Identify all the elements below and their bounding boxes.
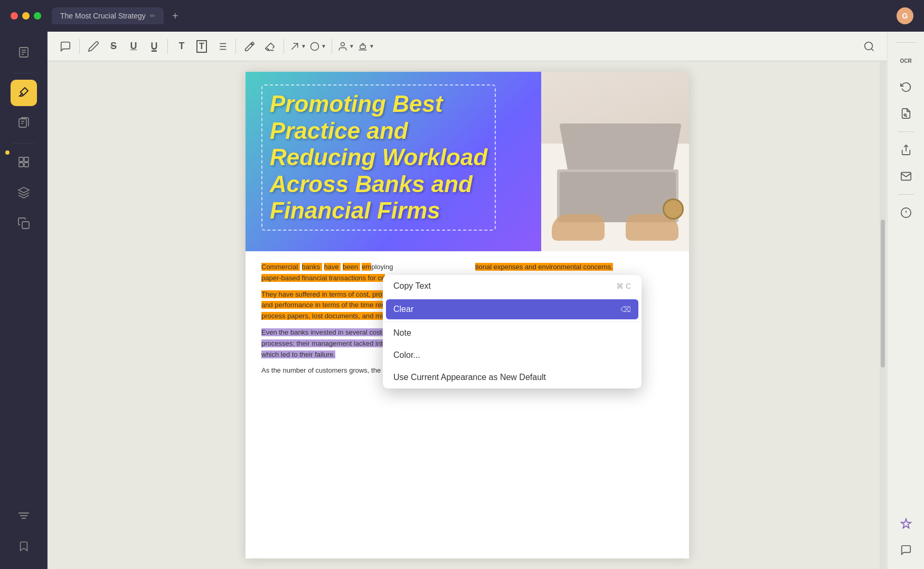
highlighter-icon <box>17 86 30 101</box>
active-indicator <box>5 150 10 155</box>
strikethrough-tool[interactable]: S <box>104 37 123 56</box>
svg-rect-10 <box>24 163 29 167</box>
sparkle-icon <box>900 518 912 529</box>
svg-rect-21 <box>360 45 365 49</box>
search-button[interactable] <box>860 37 879 56</box>
user-stamp-tool[interactable]: ▼ <box>336 37 355 56</box>
chat-button[interactable] <box>895 539 917 561</box>
text-icon: T <box>179 41 185 52</box>
new-tab-button[interactable]: + <box>168 8 183 23</box>
sidebar-item-pages[interactable] <box>11 110 37 137</box>
maximize-button[interactable] <box>34 12 41 20</box>
backspace-shortcut: ⌫ <box>620 305 631 314</box>
svg-point-26 <box>904 114 906 116</box>
traffic-lights <box>11 12 41 20</box>
list-tool[interactable] <box>212 37 231 56</box>
sidebar-item-stack[interactable] <box>11 504 37 530</box>
comment-tool[interactable] <box>56 37 75 56</box>
scrollbar[interactable] <box>880 61 886 569</box>
right-sidebar: OCR <box>887 32 924 569</box>
content-area: Promoting Best Practice and Reducing Wor… <box>48 61 887 569</box>
context-menu-default[interactable]: Use Current Appearance as New Default <box>383 366 642 388</box>
svg-line-24 <box>871 49 873 51</box>
convert-button[interactable] <box>895 77 917 98</box>
banner-title: Promoting Best Practice and Reducing Wor… <box>270 91 487 224</box>
note-label: Note <box>393 328 411 338</box>
mail-button[interactable] <box>895 166 917 187</box>
stack-icon <box>17 509 30 525</box>
scrollbar-thumb[interactable] <box>881 220 885 367</box>
main-layout: S U U̲ T T <box>0 32 924 569</box>
share-icon <box>900 144 912 156</box>
sparkle-button[interactable] <box>895 513 917 534</box>
ocr-icon: OCR <box>900 58 911 64</box>
context-menu-copy-text[interactable]: Copy Text ⌘ C <box>383 275 642 297</box>
bookmark-icon <box>18 540 30 555</box>
highlighted-text: Commercial <box>261 263 300 271</box>
file-search-icon <box>900 108 912 119</box>
banner-text: Promoting Best Practice and Reducing Wor… <box>246 72 541 251</box>
highlighted-text: banks <box>302 263 322 271</box>
eraser-tool[interactable] <box>260 37 279 56</box>
highlighted-text: tional expenses and environmental concer… <box>475 263 613 271</box>
para-right-1: tional expenses and environmental concer… <box>475 262 673 273</box>
save-icon <box>900 207 912 219</box>
color-label: Color... <box>393 350 420 360</box>
underline-tool[interactable]: U <box>124 37 143 56</box>
mail-icon <box>900 170 912 182</box>
svg-point-20 <box>341 42 345 46</box>
ocr-button[interactable]: OCR <box>895 50 917 71</box>
save-button[interactable] <box>895 202 917 223</box>
svg-rect-8 <box>24 157 29 162</box>
document-icon <box>17 46 30 61</box>
underline-wave-icon: U̲ <box>150 41 157 52</box>
sidebar-divider-1 <box>13 73 34 73</box>
highlighted-text: em <box>362 263 371 271</box>
svg-rect-4 <box>19 119 26 127</box>
share-button[interactable] <box>895 139 917 160</box>
textbox-tool[interactable]: T <box>192 37 211 56</box>
sidebar-item-highlight[interactable] <box>11 80 37 106</box>
text-tool[interactable]: T <box>172 37 191 56</box>
svg-point-19 <box>311 42 319 50</box>
pages-icon <box>17 116 30 131</box>
sidebar-item-copy[interactable] <box>11 211 37 238</box>
copy-shortcut: ⌘ C <box>616 282 631 290</box>
context-menu-color[interactable]: Color... <box>383 344 642 366</box>
chat-icon <box>900 544 912 556</box>
copy-icon <box>17 217 30 232</box>
shape-tool[interactable]: ▼ <box>308 37 327 56</box>
banner: Promoting Best Practice and Reducing Wor… <box>246 72 689 251</box>
tab-area: The Most Crucial Strategy ✏ + <box>52 7 897 24</box>
highlighted-text: been <box>343 263 360 271</box>
sidebar-item-thumbnails[interactable] <box>11 150 37 176</box>
right-divider-3 <box>898 194 914 195</box>
copy-text-label: Copy Text <box>393 281 431 291</box>
underline-icon: U <box>130 41 137 52</box>
stamp-tool[interactable]: ▼ <box>356 37 375 56</box>
highlighted-text: have <box>324 263 341 271</box>
pencil-tool[interactable] <box>240 37 259 56</box>
active-tab[interactable]: The Most Crucial Strategy ✏ <box>52 7 164 24</box>
right-divider-top <box>895 42 917 43</box>
clear-label: Clear <box>393 305 413 314</box>
thumbnails-icon <box>17 156 30 171</box>
tab-title: The Most Crucial Strategy <box>60 12 146 20</box>
default-label: Use Current Appearance as New Default <box>393 373 546 382</box>
sidebar-item-document[interactable] <box>11 40 37 67</box>
textbox-icon: T <box>196 40 207 53</box>
file-search-button[interactable] <box>895 103 917 124</box>
sidebar-item-bookmark[interactable] <box>11 534 37 561</box>
right-divider-2 <box>898 131 914 132</box>
underline-wave-tool[interactable]: U̲ <box>144 37 163 56</box>
svg-line-18 <box>291 43 298 50</box>
pen-tool[interactable] <box>84 37 103 56</box>
sidebar-divider-2 <box>13 143 34 144</box>
context-menu-note[interactable]: Note <box>383 322 642 344</box>
arrow-tool[interactable]: ▼ <box>288 37 307 56</box>
close-button[interactable] <box>11 12 18 20</box>
sidebar-item-layers[interactable] <box>11 181 37 207</box>
svg-rect-7 <box>19 157 23 162</box>
context-menu-clear[interactable]: Clear ⌫ <box>386 299 638 319</box>
minimize-button[interactable] <box>22 12 30 20</box>
